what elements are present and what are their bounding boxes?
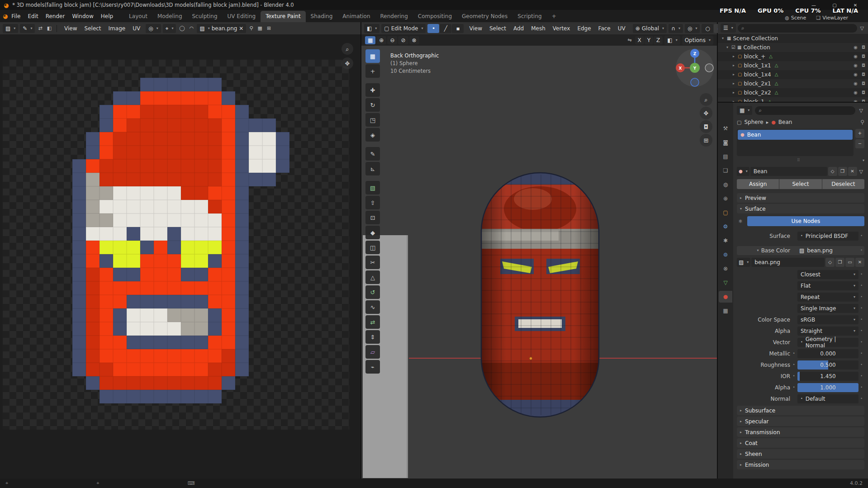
tool-setting-select-intersect[interactable]: ⊗	[409, 36, 419, 44]
decorator-dot-icon[interactable]: •	[859, 397, 864, 401]
properties-tab-physics[interactable]: ⊚	[719, 249, 732, 261]
filter-icon[interactable]: ▽	[858, 108, 864, 113]
breadcrumb-material[interactable]: Bean	[778, 119, 792, 125]
paint-mode-dropdown[interactable]: ✎ ▾	[20, 24, 35, 33]
copy-icon[interactable]: ❐	[835, 258, 844, 267]
snap-dropdown[interactable]: ⌖ ▾	[163, 24, 176, 33]
new-material-button[interactable]: ❐	[838, 167, 847, 176]
options-dropdown[interactable]: Options ▾	[682, 36, 713, 45]
outliner-scene-collection[interactable]: ▾▦Scene Collection	[718, 34, 868, 43]
material-name-field[interactable]: Bean	[750, 167, 827, 176]
dropdown-flat[interactable]: Flat▾	[797, 281, 859, 290]
unlink-icon[interactable]: ✕	[855, 258, 864, 267]
pin-icon[interactable]: ⚲	[248, 26, 254, 31]
decorator-dot-icon[interactable]: •	[859, 273, 864, 276]
decorator-dot-icon[interactable]: •	[793, 352, 795, 355]
tab-layout[interactable]: Layout	[124, 11, 152, 22]
tool-add-cube[interactable]: ▧	[365, 181, 380, 194]
blender-menu-icon[interactable]: ◕	[3, 13, 8, 19]
slider-metallic[interactable]: 0.000	[797, 349, 859, 358]
filter-icon[interactable]: ▽	[859, 26, 865, 31]
section-emission[interactable]: ▸Emission	[737, 460, 864, 469]
outliner-search-input[interactable]: ⌕	[738, 24, 857, 33]
decorator-dot-icon[interactable]: •	[859, 295, 864, 299]
mode-dropdown[interactable]: ▢ Edit Mode ▾	[381, 24, 426, 33]
menu-file[interactable]: File	[8, 13, 24, 19]
viewport-menu-vertex[interactable]: Vertex	[549, 25, 574, 32]
editor-type-dropdown[interactable]: ▨ ▾	[3, 24, 18, 33]
tool-transform[interactable]: ◈	[365, 128, 380, 142]
slider-alpha[interactable]: 1.000	[797, 383, 859, 392]
tool-annotate[interactable]: ✎	[365, 147, 380, 161]
menu-edit[interactable]: Edit	[24, 13, 42, 19]
image-menu-image[interactable]: Image	[105, 25, 129, 32]
decorator-dot-icon[interactable]: •	[859, 249, 864, 252]
disable-render-icon[interactable]: ◘	[862, 72, 865, 77]
deselect-button[interactable]: Deselect	[822, 179, 864, 189]
mirror-z-toggle[interactable]: Z	[654, 36, 663, 44]
properties-tab-output[interactable]: ▤	[719, 151, 732, 162]
brush-circle-icon[interactable]: ◯	[178, 26, 186, 31]
select-mode-vertex[interactable]: •	[427, 24, 439, 33]
tool-box-select[interactable]: ▦	[365, 49, 380, 63]
tool-shrink-fatten[interactable]: ⇕	[365, 330, 380, 344]
decorator-dot-icon[interactable]: •	[859, 234, 864, 238]
tool-poly-build[interactable]: △	[365, 270, 380, 284]
tool-inset-faces[interactable]: ⊡	[365, 211, 380, 224]
tab-item[interactable]: +	[547, 11, 561, 22]
hide-viewport-icon[interactable]: ◉	[854, 90, 858, 95]
tool-measure[interactable]: ⊾	[365, 162, 380, 175]
tool-setting-select-new[interactable]: ▦	[365, 36, 375, 44]
unlink-material-button[interactable]: ✕	[848, 167, 857, 176]
properties-tab-modifiers[interactable]: ⚙	[719, 221, 732, 232]
viewport-menu-edge[interactable]: Edge	[574, 25, 594, 32]
section-specular[interactable]: ▸Specular	[737, 417, 864, 426]
menu-help[interactable]: Help	[97, 13, 117, 19]
mirror-x-toggle[interactable]: X	[635, 36, 644, 44]
disclosure-icon[interactable]: ▸	[731, 73, 736, 76]
properties-tab-scene[interactable]: ◍	[719, 179, 732, 190]
dropdown-repeat[interactable]: Repeat▾	[797, 293, 859, 302]
expand-icon[interactable]: ▾	[757, 249, 759, 252]
properties-tab-view-layer[interactable]: ❏	[719, 165, 732, 176]
breadcrumb-object[interactable]: Sphere	[744, 119, 763, 125]
outliner-collection[interactable]: ▾☑▦Collection◉◘	[718, 43, 868, 52]
disclosure-icon[interactable]: ▸	[731, 82, 736, 85]
use-nodes-button[interactable]: Use Nodes	[747, 216, 864, 226]
perspective-toggle-gadget[interactable]: ⊞	[700, 134, 712, 147]
viewport-canvas[interactable]: Back Orthographic (1) Sphere 10 Centimet…	[361, 46, 717, 479]
image-name-field[interactable]: bean.png	[751, 258, 825, 267]
fake-user-button[interactable]: ◇	[828, 167, 837, 176]
editor-type-dropdown[interactable]: ▦ ▾	[737, 106, 752, 115]
snapping-dropdown[interactable]: ∩ ▾	[669, 24, 683, 33]
tool-move[interactable]: ✚	[365, 83, 380, 97]
properties-tab-object[interactable]: ▢	[719, 207, 732, 218]
outliner-object-block[interactable]: ▸▢block_+△◉◘	[718, 52, 868, 61]
zoom-gadget[interactable]: ⌕	[700, 93, 712, 106]
disable-render-icon[interactable]: ◘	[862, 63, 865, 68]
tool-setting-select-extend[interactable]: ⊕	[376, 36, 386, 44]
pin-icon[interactable]: ⚲	[860, 119, 864, 125]
minimize-button[interactable]: —	[809, 3, 818, 8]
tab-texture-paint[interactable]: Texture Paint	[261, 11, 305, 22]
disclosure-icon[interactable]: ▸	[731, 100, 736, 102]
unlink-image-icon[interactable]: ✕	[239, 26, 243, 31]
properties-tab-constraints[interactable]: ⊗	[719, 263, 732, 275]
image-datablock-selector[interactable]: ▨ ▾ bean.png ✕	[197, 24, 246, 33]
properties-tab-material[interactable]: ●	[719, 291, 732, 303]
material-slot-item[interactable]: ● Bean	[738, 130, 853, 140]
hide-viewport-icon[interactable]: ◉	[854, 54, 858, 59]
editor-type-dropdown[interactable]: ☰ ▾	[721, 24, 736, 33]
image-menu-view[interactable]: View	[61, 25, 81, 32]
image-menu-select[interactable]: Select	[81, 25, 105, 32]
tool-bevel[interactable]: ◆	[365, 226, 380, 239]
mirror-y-toggle[interactable]: Y	[645, 36, 653, 44]
tab-compositing[interactable]: Compositing	[413, 11, 457, 22]
hide-viewport-icon[interactable]: ◉	[854, 81, 858, 86]
decorator-dot-icon[interactable]: •	[859, 341, 864, 344]
slot-specials-dropdown[interactable]: ▾	[863, 159, 864, 162]
tool-rotate[interactable]: ↻	[365, 98, 380, 112]
viewport-menu-add[interactable]: Add	[510, 25, 527, 32]
properties-tab-render[interactable]: ◙	[719, 137, 732, 148]
shield-icon[interactable]: ◇	[825, 258, 835, 267]
